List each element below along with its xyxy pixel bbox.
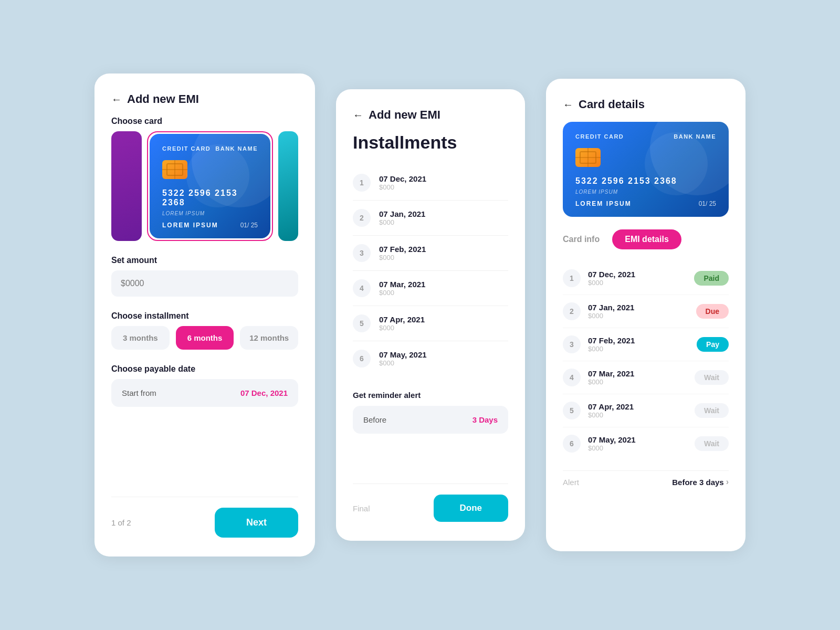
install-date: 07 Jan, 2021	[379, 209, 508, 218]
page-indicator: 1 of 2	[111, 518, 131, 527]
tab-row: Card info EMI details	[563, 229, 729, 249]
install-amount: $000	[379, 324, 508, 332]
back-arrow-2[interactable]: ←	[353, 109, 363, 121]
status-badge-due[interactable]: Due	[696, 304, 729, 319]
p3-num: 6	[563, 435, 581, 453]
p3-num: 3	[563, 335, 581, 353]
install-amount: $000	[379, 183, 508, 191]
next-button[interactable]: Next	[215, 508, 298, 538]
card-name-3: LOREM IPSUM	[575, 200, 632, 207]
p3-num: 4	[563, 369, 581, 386]
p3-date: 07 May, 2021	[588, 435, 687, 444]
install-date: 07 Mar, 2021	[379, 280, 508, 289]
panel-add-emi: ← Add new EMI Choose card CREDIT CARD BA…	[94, 74, 315, 556]
p3-info: 07 May, 2021 $000	[588, 435, 687, 452]
install-info: 07 Apr, 2021 $000	[379, 315, 508, 332]
reminder-box[interactable]: Before 3 Days	[353, 406, 508, 434]
card-mini-left[interactable]	[111, 131, 142, 241]
credit-card-1: CREDIT CARD BANK NAME 5322 2596 2153 236…	[150, 134, 270, 238]
panel2-title: Add new EMI	[369, 108, 440, 122]
card-expiry-1: 01/ 25	[240, 222, 258, 229]
p3-amount: $000	[588, 444, 687, 452]
panel-installments: ← Add new EMI Installments 1 07 Dec, 202…	[336, 89, 525, 541]
alert-label: Alert	[563, 478, 579, 487]
back-row-2: ← Add new EMI	[353, 108, 508, 122]
p3-info: 07 Jan, 2021 $000	[588, 303, 689, 320]
chip-icon-1	[162, 160, 187, 179]
status-badge-wait-5: Wait	[695, 403, 729, 418]
install-amount: $000	[379, 289, 508, 297]
back-row-3: ← Card details	[563, 98, 729, 111]
install-num: 2	[353, 209, 371, 227]
status-badge-paid[interactable]: Paid	[694, 271, 729, 286]
final-label: Final	[353, 504, 370, 513]
card-lorem-1: LOREM IPSUM	[162, 211, 258, 216]
install-num: 3	[353, 244, 371, 262]
inst-btn-3[interactable]: 3 months	[111, 326, 170, 350]
p3-num: 5	[563, 402, 581, 419]
back-arrow-1[interactable]: ←	[111, 93, 122, 106]
card-bank-1: BANK NAME	[215, 145, 258, 152]
reminder-before: Before	[363, 415, 386, 424]
chevron-right-icon: ›	[726, 477, 729, 487]
amount-input[interactable]	[111, 270, 298, 297]
install-item: 2 07 Jan, 2021 $000	[353, 201, 508, 236]
panel-card-details: ← Card details CREDIT CARD BANK NAME 532…	[546, 79, 746, 551]
reminder-label: Get reminder alert	[353, 391, 508, 400]
bottom-bar-1: 1 of 2 Next	[111, 497, 298, 538]
status-badge-wait-4: Wait	[695, 370, 729, 385]
choose-date-label: Choose payable date	[111, 364, 298, 374]
card-number-3: 5322 2596 2153 2368	[575, 176, 716, 186]
start-date: 07 Dec, 2021	[240, 388, 288, 397]
card-mini-right[interactable]	[278, 131, 298, 241]
card-carousel: CREDIT CARD BANK NAME 5322 2596 2153 236…	[111, 131, 298, 241]
install-date: 07 Dec, 2021	[379, 174, 508, 183]
card-number-1: 5322 2596 2153 2368	[162, 188, 258, 207]
install-num: 1	[353, 174, 371, 192]
installments-heading: Installments	[353, 132, 508, 153]
back-arrow-3[interactable]: ←	[563, 99, 573, 111]
tab-card-info[interactable]: Card info	[563, 235, 600, 244]
card-details-card: CREDIT CARD BANK NAME 5322 2596 2153 236…	[563, 122, 729, 217]
p3-num: 1	[563, 269, 581, 287]
install-item: 4 07 Mar, 2021 $000	[353, 271, 508, 306]
install-info: 07 Feb, 2021 $000	[379, 245, 508, 261]
p3-list: 1 07 Dec, 2021 $000 Paid 2 07 Jan, 2021 …	[563, 262, 729, 460]
install-date: 07 May, 2021	[379, 350, 508, 359]
card-main-wrapper[interactable]: CREDIT CARD BANK NAME 5322 2596 2153 236…	[147, 131, 273, 241]
install-info: 07 Dec, 2021 $000	[379, 174, 508, 191]
install-amount: $000	[379, 254, 508, 261]
p3-item: 1 07 Dec, 2021 $000 Paid	[563, 262, 729, 295]
p3-amount: $000	[588, 312, 689, 320]
choose-card-label: Choose card	[111, 117, 298, 126]
back-row-1: ← Add new EMI	[111, 92, 298, 106]
installment-row: 3 months 6 months 12 months	[111, 326, 298, 350]
p3-info: 07 Mar, 2021 $000	[588, 369, 687, 386]
install-num: 4	[353, 279, 371, 297]
install-info: 07 Jan, 2021 $000	[379, 209, 508, 226]
p3-info: 07 Dec, 2021 $000	[588, 270, 687, 287]
inst-btn-6[interactable]: 6 months	[176, 326, 234, 350]
done-button[interactable]: Done	[434, 495, 509, 522]
p3-item: 6 07 May, 2021 $000 Wait	[563, 427, 729, 460]
p3-amount: $000	[588, 345, 689, 353]
start-from-label: Start from	[122, 388, 156, 397]
card-bank-3: BANK NAME	[674, 133, 716, 140]
alert-row[interactable]: Alert Before 3 days ›	[563, 470, 729, 487]
payable-box[interactable]: Start from 07 Dec, 2021	[111, 379, 298, 407]
set-amount-label: Set amount	[111, 256, 298, 265]
credit-card-3: CREDIT CARD BANK NAME 5322 2596 2153 236…	[563, 122, 729, 217]
install-item: 5 07 Apr, 2021 $000	[353, 306, 508, 341]
status-badge-wait-6: Wait	[695, 436, 729, 451]
card-label-1: CREDIT CARD	[162, 145, 211, 152]
p3-date: 07 Apr, 2021	[588, 402, 687, 411]
p3-amount: $000	[588, 378, 687, 386]
install-list: 1 07 Dec, 2021 $000 2 07 Jan, 2021 $000 …	[353, 165, 508, 376]
tab-emi-details[interactable]: EMI details	[612, 229, 681, 249]
p3-num: 2	[563, 302, 581, 320]
install-date: 07 Feb, 2021	[379, 245, 508, 254]
inst-btn-12[interactable]: 12 months	[240, 326, 298, 350]
p3-item: 2 07 Jan, 2021 $000 Due	[563, 295, 729, 328]
card-name-1: LOREM IPSUM	[162, 222, 218, 229]
status-badge-pay[interactable]: Pay	[697, 337, 729, 352]
